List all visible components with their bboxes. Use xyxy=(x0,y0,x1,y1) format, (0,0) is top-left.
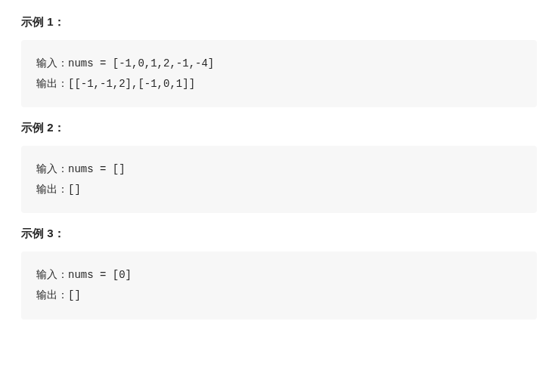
code-block: 输入：nums = [0] 输出：[] xyxy=(21,252,537,319)
input-label: 输入： xyxy=(36,269,68,281)
output-code: [] xyxy=(68,289,81,301)
output-line: 输出：[[-1,-1,2],[-1,0,1]] xyxy=(36,74,522,94)
output-code: [[-1,-1,2],[-1,0,1]] xyxy=(68,78,195,90)
input-code: nums = [0] xyxy=(68,269,132,281)
example-2: 示例 2： 输入：nums = [] 输出：[] xyxy=(21,121,537,213)
example-title: 示例 1： xyxy=(21,15,537,29)
example-1: 示例 1： 输入：nums = [-1,0,1,2,-1,-4] 输出：[[-1… xyxy=(21,15,537,107)
output-line: 输出：[] xyxy=(36,180,522,200)
code-block: 输入：nums = [-1,0,1,2,-1,-4] 输出：[[-1,-1,2]… xyxy=(21,40,537,107)
example-title: 示例 2： xyxy=(21,121,537,135)
output-code: [] xyxy=(68,184,81,196)
output-label: 输出： xyxy=(36,78,68,90)
input-line: 输入：nums = [] xyxy=(36,159,522,180)
output-label: 输出： xyxy=(36,289,68,301)
input-code: nums = [-1,0,1,2,-1,-4] xyxy=(68,57,214,69)
input-line: 输入：nums = [-1,0,1,2,-1,-4] xyxy=(36,54,522,74)
example-3: 示例 3： 输入：nums = [0] 输出：[] xyxy=(21,227,537,319)
input-code: nums = [] xyxy=(68,163,126,175)
output-label: 输出： xyxy=(36,184,68,196)
input-label: 输入： xyxy=(36,163,68,175)
output-line: 输出：[] xyxy=(36,286,522,306)
input-label: 输入： xyxy=(36,57,68,69)
input-line: 输入：nums = [0] xyxy=(36,265,522,286)
code-block: 输入：nums = [] 输出：[] xyxy=(21,146,537,213)
example-title: 示例 3： xyxy=(21,227,537,241)
